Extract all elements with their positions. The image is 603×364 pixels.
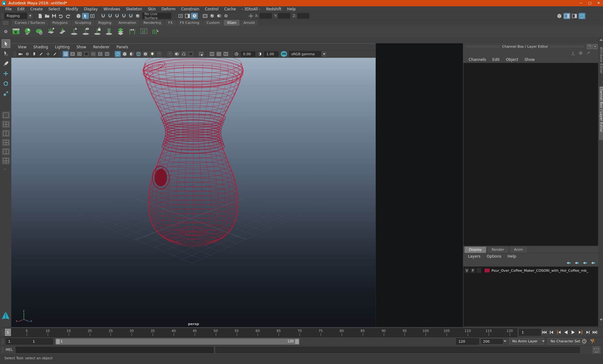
menu-item[interactable]: Skeleton bbox=[123, 6, 145, 12]
layer-row[interactable]: V P Pour_Over_Coffee_Maker_COSORI_with_H… bbox=[464, 267, 598, 274]
go-to-end-button[interactable] bbox=[591, 329, 598, 336]
toolbar-grip[interactable] bbox=[1, 13, 3, 19]
manipulator-axis-icon[interactable] bbox=[571, 51, 575, 56]
shelf-tab[interactable]: Polygons bbox=[49, 20, 72, 26]
play-forwards-button[interactable] bbox=[570, 329, 577, 336]
sidebar-tab-channel-box[interactable]: Channel Box / Layer Editor bbox=[599, 87, 603, 140]
time-slider-track[interactable]: 1 51015202530354045505560657075808590951… bbox=[4, 328, 517, 337]
absolute-relative-transform-button[interactable] bbox=[247, 13, 254, 19]
bookmark-icon[interactable] bbox=[31, 51, 37, 57]
gamma-dropdown[interactable]: sRGB gamma bbox=[289, 51, 321, 57]
open-render-view-button[interactable] bbox=[202, 13, 209, 19]
grease-pencil-icon[interactable] bbox=[52, 51, 58, 57]
xgen-width-modifier-icon[interactable] bbox=[128, 27, 137, 36]
shelf-tab[interactable]: FX bbox=[165, 20, 177, 26]
render-settings-button[interactable] bbox=[222, 13, 229, 19]
menu-item[interactable]: Cache bbox=[221, 6, 239, 12]
paint-select-tool[interactable] bbox=[2, 59, 10, 67]
sidebar-tab-attribute-editor[interactable]: Attribute Editor bbox=[599, 47, 603, 84]
scale-tool[interactable] bbox=[2, 89, 10, 98]
panel-drag-grip[interactable] bbox=[550, 45, 584, 48]
script-editor-button[interactable] bbox=[592, 346, 600, 354]
output-connections-button[interactable] bbox=[184, 13, 191, 19]
range-start-handle[interactable] bbox=[56, 339, 60, 344]
depth-of-field-icon[interactable] bbox=[187, 51, 194, 57]
channel-box-menu-item[interactable]: Object bbox=[503, 57, 521, 62]
panel-menu-item[interactable]: Shading bbox=[30, 45, 52, 49]
channel-box-menu-item[interactable]: Channels bbox=[465, 57, 489, 62]
snap-to-point-button[interactable] bbox=[113, 13, 120, 19]
make-live-button[interactable] bbox=[134, 13, 141, 19]
empty-panel[interactable] bbox=[376, 43, 463, 327]
panel-popout-icon[interactable]: ❐ bbox=[587, 44, 592, 49]
snap-to-projected-center-button[interactable] bbox=[120, 13, 127, 19]
safe-title-icon[interactable] bbox=[104, 51, 110, 57]
snap-camera-icon[interactable] bbox=[17, 51, 24, 57]
color-management-toggle[interactable]: ON bbox=[281, 51, 287, 57]
isolate-select-icon[interactable] bbox=[198, 51, 204, 57]
go-to-start-button[interactable] bbox=[541, 329, 548, 336]
panel-close-icon[interactable]: ✕ bbox=[593, 44, 597, 49]
xgen-split-guides-icon[interactable] bbox=[104, 27, 114, 36]
toggle-tool-settings-button[interactable] bbox=[571, 13, 578, 19]
textured-icon[interactable] bbox=[142, 51, 149, 57]
camera-attributes-icon[interactable] bbox=[24, 51, 30, 57]
current-frame-indicator[interactable]: 1 bbox=[5, 329, 11, 336]
animation-end-field[interactable]: 200 bbox=[481, 338, 503, 345]
exposure-field[interactable]: 0.00 bbox=[241, 51, 255, 57]
screen-space-ao-icon[interactable] bbox=[167, 51, 173, 57]
gate-mask-icon[interactable] bbox=[83, 51, 90, 57]
step-forward-key-button[interactable] bbox=[577, 329, 584, 336]
layer-editor-tab[interactable]: Display bbox=[464, 246, 486, 253]
lasso-select-tool[interactable] bbox=[2, 49, 10, 57]
channel-box-menu-item[interactable]: Show bbox=[521, 57, 538, 62]
select-object-button[interactable] bbox=[82, 13, 89, 19]
menu-item[interactable]: Modify bbox=[63, 6, 81, 12]
step-forward-frame-button[interactable] bbox=[584, 329, 591, 336]
xgen-preview-window-icon[interactable] bbox=[139, 27, 149, 36]
shelf-gear-icon[interactable] bbox=[3, 29, 8, 34]
menu-item[interactable]: - 3DtoAll - bbox=[239, 6, 263, 12]
create-empty-layer-icon[interactable] bbox=[582, 260, 587, 265]
sidebar-scroll-down-icon[interactable] bbox=[600, 319, 603, 321]
rotate-tool[interactable] bbox=[2, 79, 10, 88]
select-hierarchy-button[interactable] bbox=[75, 13, 82, 19]
snap-to-grid-button[interactable] bbox=[100, 13, 106, 19]
auto-keyframe-icon[interactable] bbox=[590, 339, 595, 344]
toggle-attribute-editor-button[interactable] bbox=[563, 13, 570, 19]
select-component-button[interactable] bbox=[89, 13, 96, 19]
toggle-channel-box-button[interactable] bbox=[579, 13, 585, 19]
gamma-dropdown-arrow[interactable]: ▼ bbox=[321, 51, 327, 57]
panel-menu-item[interactable]: Renderer bbox=[90, 45, 113, 49]
layout-more-button[interactable]: ‒ bbox=[4, 167, 6, 171]
use-all-lights-icon[interactable] bbox=[149, 51, 155, 57]
xgen-update-preview-icon[interactable] bbox=[23, 27, 32, 36]
anim-end-dropdown-arrow[interactable] bbox=[504, 340, 506, 342]
command-language-toggle[interactable]: MEL bbox=[6, 348, 13, 352]
bounding-box-icon[interactable] bbox=[135, 51, 142, 57]
play-backwards-button[interactable] bbox=[562, 329, 569, 336]
menu-item[interactable]: Deform bbox=[159, 6, 178, 12]
layer-editor-menu-item[interactable]: Layers bbox=[465, 254, 484, 259]
command-input-field[interactable] bbox=[16, 347, 214, 353]
create-layer-from-selected-icon[interactable] bbox=[590, 260, 595, 265]
shelf-tab[interactable]: Rigging bbox=[95, 20, 115, 26]
xgen-lock-guide-icon[interactable] bbox=[93, 27, 102, 36]
shelf-tab[interactable]: Arnold bbox=[240, 20, 258, 26]
shelf-tab[interactable]: Animation bbox=[115, 20, 140, 26]
move-layer-up-icon[interactable] bbox=[566, 260, 571, 265]
layout-three-pane-button[interactable] bbox=[2, 139, 10, 146]
layout-persp-outliner-button[interactable] bbox=[2, 130, 10, 137]
maximize-button[interactable]: ▢ bbox=[585, 0, 594, 6]
layer-editor-menu-item[interactable]: Options bbox=[484, 254, 504, 259]
xgen-export-selection-icon[interactable] bbox=[58, 27, 67, 36]
close-button[interactable]: ✕ bbox=[594, 0, 603, 6]
2d-pan-zoom-icon[interactable] bbox=[45, 51, 51, 57]
shelf-tab[interactable]: Rendering bbox=[140, 20, 165, 26]
shelf-tab[interactable]: Sculpting bbox=[71, 20, 95, 26]
menu-item[interactable]: Windows bbox=[100, 6, 123, 12]
resolution-gate-icon[interactable] bbox=[76, 51, 83, 57]
layout-two-pane-button[interactable] bbox=[2, 148, 10, 155]
character-set-dropdown[interactable]: No Character Set bbox=[548, 338, 585, 345]
panel-menu-item[interactable]: Panels bbox=[113, 45, 132, 49]
